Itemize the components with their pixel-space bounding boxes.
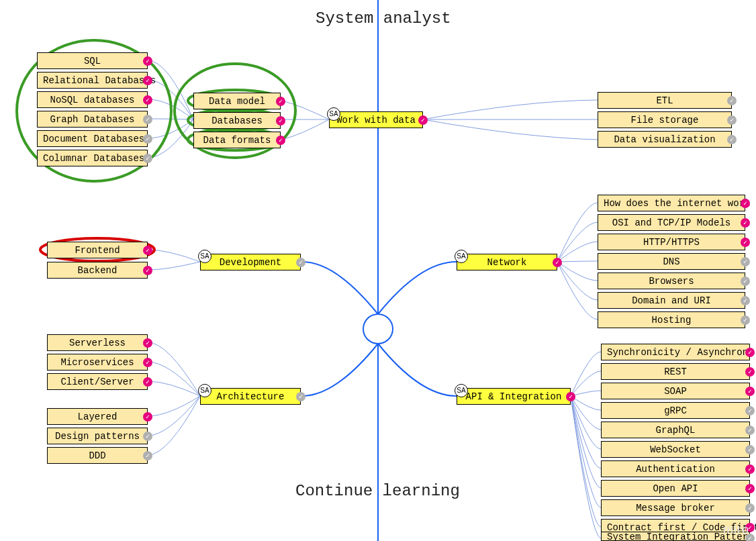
- node-nosql[interactable]: NoSQL databases: [37, 91, 148, 108]
- check-icon: ✓: [745, 484, 755, 493]
- check-icon: ✓: [741, 277, 750, 286]
- node-hosting[interactable]: Hosting: [598, 311, 745, 328]
- check-icon: ✓: [143, 358, 152, 367]
- sa-badge-icon: SA: [455, 384, 468, 397]
- check-icon: ✓: [727, 115, 737, 125]
- node-api-integration[interactable]: API & Integration: [457, 388, 571, 405]
- svg-point-1: [363, 314, 393, 344]
- sa-badge-icon: SA: [327, 107, 340, 121]
- sa-badge-icon: SA: [198, 384, 211, 397]
- check-icon: ✓: [296, 258, 305, 267]
- check-icon: ✓: [745, 503, 755, 513]
- check-icon: ✓: [741, 257, 750, 266]
- node-file-storage[interactable]: File storage: [598, 111, 732, 128]
- node-graphql[interactable]: GraphQL: [601, 422, 750, 438]
- check-icon: ✓: [745, 464, 755, 474]
- node-sync[interactable]: Synchronicity / Asynchrony: [601, 344, 750, 360]
- check-icon: ✓: [143, 134, 152, 144]
- check-icon: ✓: [745, 387, 755, 396]
- node-ddd[interactable]: DDD: [47, 447, 148, 464]
- check-icon: ✓: [143, 377, 152, 387]
- node-serverless[interactable]: Serverless: [47, 334, 148, 351]
- node-dns[interactable]: DNS: [598, 253, 745, 270]
- node-data-model[interactable]: Data model: [193, 93, 281, 109]
- node-websocket[interactable]: WebSocket: [601, 441, 750, 458]
- check-icon: ✓: [566, 392, 575, 401]
- check-icon: ✓: [143, 154, 152, 163]
- node-network[interactable]: Network: [457, 254, 557, 270]
- check-icon: ✓: [727, 135, 737, 144]
- check-icon: ✓: [143, 412, 152, 422]
- check-icon: ✓: [741, 218, 750, 228]
- node-development[interactable]: Development: [200, 254, 301, 270]
- check-icon: ✓: [745, 406, 755, 415]
- node-auth[interactable]: Authentication: [601, 460, 750, 477]
- node-osi[interactable]: OSI and TCP/IP Models: [598, 214, 745, 231]
- check-icon: ✓: [143, 56, 152, 66]
- node-domain-uri[interactable]: Domain and URI: [598, 292, 745, 309]
- node-etl[interactable]: ETL: [598, 92, 732, 109]
- title-bottom: Continue learning: [295, 482, 460, 500]
- node-soap[interactable]: SOAP: [601, 383, 750, 399]
- node-microservices[interactable]: Microservices: [47, 354, 148, 371]
- node-http[interactable]: HTTP/HTTPS: [598, 234, 745, 250]
- node-rest[interactable]: REST: [601, 363, 750, 380]
- node-design-patterns[interactable]: Design patterns: [47, 428, 148, 444]
- check-icon: ✓: [745, 445, 755, 454]
- node-relational[interactable]: Relational Databases: [37, 72, 148, 89]
- check-icon: ✓: [276, 97, 285, 106]
- sa-badge-icon: SA: [455, 250, 468, 263]
- check-icon: ✓: [276, 116, 285, 126]
- check-icon: ✓: [143, 95, 152, 105]
- check-icon: ✓: [553, 258, 562, 267]
- check-icon: ✓: [296, 392, 305, 401]
- check-icon: ✓: [143, 338, 152, 348]
- sa-badge-icon: SA: [198, 250, 211, 263]
- node-graph[interactable]: Graph Databases: [37, 111, 148, 128]
- check-icon: ✓: [143, 451, 152, 460]
- node-openapi[interactable]: Open API: [601, 480, 750, 497]
- check-icon: ✓: [745, 426, 755, 435]
- check-icon: ✓: [143, 76, 152, 85]
- node-internet-work[interactable]: How does the internet work: [598, 195, 745, 211]
- node-frontend[interactable]: Frontend: [47, 242, 148, 258]
- node-broker[interactable]: Message broker: [601, 499, 750, 516]
- check-icon: ✓: [745, 348, 755, 357]
- node-columnar[interactable]: Columnar Databases: [37, 150, 148, 166]
- node-sql[interactable]: SQL: [37, 52, 148, 69]
- check-icon: ✓: [741, 315, 750, 325]
- check-icon: ✓: [418, 115, 428, 125]
- node-grpc[interactable]: gRPC: [601, 402, 750, 419]
- title-top: System analyst: [316, 9, 451, 28]
- check-icon: ✓: [741, 238, 750, 247]
- node-data-formats[interactable]: Data formats: [193, 132, 281, 148]
- check-icon: ✓: [741, 296, 750, 305]
- node-architecture[interactable]: Architecture: [200, 388, 301, 405]
- node-backend[interactable]: Backend: [47, 262, 148, 279]
- node-client-server[interactable]: Client/Server: [47, 373, 148, 390]
- check-icon: ✓: [727, 96, 737, 105]
- node-databases[interactable]: Databases: [193, 112, 281, 129]
- node-work-with-data[interactable]: Work with data: [329, 111, 423, 128]
- node-data-visualization[interactable]: Data visualization: [598, 131, 732, 148]
- check-icon: ✓: [143, 246, 152, 255]
- check-icon: ✓: [143, 115, 152, 124]
- watermark-miro: miro: [723, 523, 749, 537]
- check-icon: ✓: [143, 432, 152, 441]
- check-icon: ✓: [143, 266, 152, 275]
- check-icon: ✓: [276, 136, 285, 145]
- node-browsers[interactable]: Browsers: [598, 273, 745, 289]
- node-layered[interactable]: Layered: [47, 408, 148, 425]
- check-icon: ✓: [745, 367, 755, 377]
- node-document[interactable]: Document Databases: [37, 130, 148, 147]
- check-icon: ✓: [741, 199, 750, 208]
